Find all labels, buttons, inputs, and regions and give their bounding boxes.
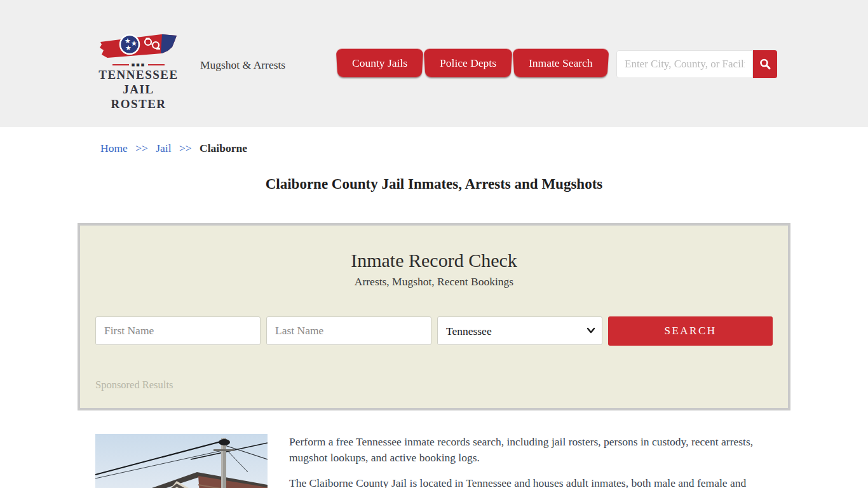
intro-copy: Perform a free Tennessee inmate records … <box>289 434 789 488</box>
breadcrumb-separator: >> <box>135 142 148 154</box>
record-check-form: Tennessee SEARCH <box>95 316 773 346</box>
site-logo[interactable]: ★ ★ ★ ■■■ TENNESSEE JAIL ROSTER <box>97 32 180 111</box>
facility-search-input[interactable] <box>616 50 753 78</box>
panel-subtitle: Arrests, Mugshot, Recent Bookings <box>95 275 773 288</box>
inmate-record-check-panel: Inmate Record Check Arrests, Mugshot, Re… <box>78 223 790 410</box>
nav-county-jails-label: County Jails <box>352 57 407 69</box>
site-header: ★ ★ ★ ■■■ TENNESSEE JAIL ROSTER Mugshot … <box>0 0 868 127</box>
search-button[interactable]: SEARCH <box>608 316 773 346</box>
breadcrumb: Home >> Jail >> Claiborne <box>100 142 868 155</box>
nav-police-depts-button[interactable]: Police Depts <box>424 49 512 78</box>
last-name-field[interactable] <box>266 316 431 345</box>
nav-police-depts-label: Police Depts <box>440 57 496 69</box>
breadcrumb-separator: >> <box>179 142 192 154</box>
nav-county-jails-button[interactable]: County Jails <box>337 49 423 78</box>
star-icon: ★ <box>125 44 132 51</box>
breadcrumb-jail-link[interactable]: Jail <box>156 142 171 154</box>
header-search <box>616 50 777 78</box>
sponsored-results-label: Sponsored Results <box>95 379 773 391</box>
logo-text-line1: TENNESSEE <box>97 68 180 83</box>
content-row: Perform a free Tennessee inmate records … <box>95 434 868 488</box>
main-nav: County Jails Police Depts Inmate Search <box>337 49 608 78</box>
intro-paragraph-2: The Claiborne County Jail is located in … <box>289 475 789 488</box>
breadcrumb-current: Claiborne <box>200 142 247 154</box>
intro-paragraph-1: Perform a free Tennessee inmate records … <box>289 434 789 466</box>
first-name-field[interactable] <box>95 316 261 345</box>
page-title: Claiborne County Jail Inmates, Arrests a… <box>0 176 868 193</box>
nav-inmate-search-label: Inmate Search <box>529 57 593 69</box>
logo-text-line2: JAIL ROSTER <box>97 83 180 112</box>
breadcrumb-home-link[interactable]: Home <box>100 142 128 154</box>
logo-divider: ■■■ <box>97 63 180 67</box>
site-tagline: Mugshot & Arrests <box>200 58 285 72</box>
jail-building-photo <box>95 434 268 488</box>
tennessee-state-icon: ★ ★ ★ <box>98 32 179 58</box>
search-icon <box>759 58 771 71</box>
panel-title: Inmate Record Check <box>95 250 773 271</box>
facility-search-button[interactable] <box>753 50 777 78</box>
nav-inmate-search-button[interactable]: Inmate Search <box>513 49 608 78</box>
star-icon: ★ <box>131 39 137 47</box>
state-select-wrap: Tennessee <box>437 316 602 346</box>
state-select[interactable]: Tennessee <box>437 316 602 345</box>
page: ★ ★ ★ ■■■ TENNESSEE JAIL ROSTER Mugshot … <box>0 0 868 488</box>
